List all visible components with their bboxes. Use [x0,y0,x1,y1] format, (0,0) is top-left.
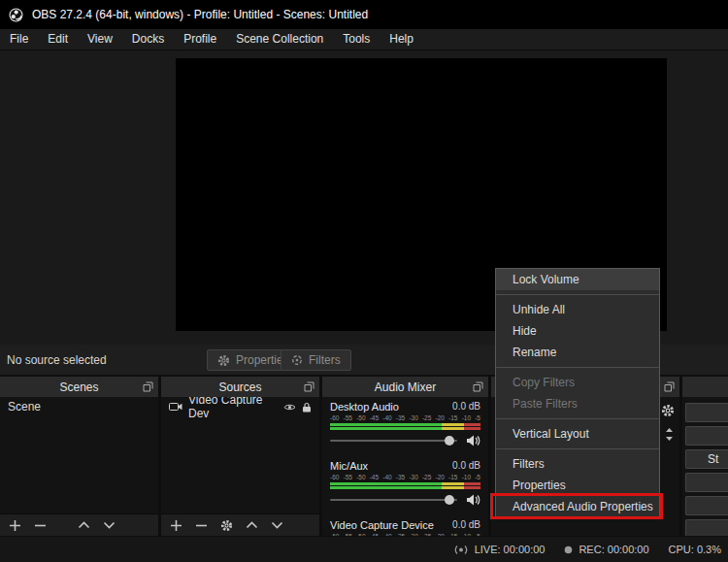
volume-meter [330,482,480,489]
move-source-down-button[interactable] [271,521,283,529]
menu-item-properties[interactable]: Properties [496,475,659,496]
menu-file[interactable]: File [0,29,38,50]
mixer-channel-desktop-audio: Desktop Audio 0.0 dB -60-55-50-45-40-35-… [330,400,480,447]
audio-mixer-title: Audio Mixer [375,380,436,394]
tick-label: -25 [422,413,431,422]
volume-slider[interactable] [330,440,457,442]
menu-tools[interactable]: Tools [333,29,380,50]
controls-button-fragment[interactable] [685,519,728,536]
channel-volume-value: 0.0 dB [452,460,480,471]
channel-header: Desktop Audio 0.0 dB [330,400,480,413]
tick-label: -20 [436,532,445,536]
gear-icon[interactable] [661,404,675,417]
live-status: LIVE: 00:00:00 [453,544,546,555]
move-scene-down-button[interactable] [103,521,116,529]
menu-edit[interactable]: Edit [38,29,78,50]
volume-slider-handle[interactable] [445,495,454,505]
menu-docks[interactable]: Docks [122,29,174,50]
scenes-toolbar [0,513,158,536]
move-source-up-button[interactable] [246,521,258,529]
tick-label: -50 [356,532,365,536]
tick-label: -30 [409,473,417,481]
sources-dock: Sources Video Capture D [161,377,319,536]
speaker-icon[interactable] [466,435,480,446]
tick-label: -60 [330,532,339,536]
audio-source-context-menu: Lock Volume Unhide All Hide Rename Copy … [495,268,660,518]
move-scene-up-button[interactable] [78,521,90,529]
tick-label: -55 [344,532,352,536]
menu-scene-collection[interactable]: Scene Collection [226,29,333,50]
remove-scene-button[interactable] [34,519,47,532]
video-camera-icon [169,402,182,412]
menu-item-filters[interactable]: Filters [496,453,659,475]
menu-item-unhide-all[interactable]: Unhide All [496,299,659,320]
tick-label: -15 [448,473,457,481]
status-bar: LIVE: 00:00:00 REC: 00:00:00 CPU: 0.3% [0,537,728,562]
tick-label: -50 [356,473,365,481]
popout-icon[interactable] [143,381,153,392]
volume-slider[interactable] [330,499,457,501]
menu-separator [496,367,659,368]
tick-label: -60 [330,473,339,481]
menu-view[interactable]: View [78,29,122,50]
menu-help[interactable]: Help [380,29,423,50]
visibility-eye-icon[interactable] [283,403,296,412]
menu-item-lock-volume[interactable]: Lock Volume [496,269,659,290]
rec-status: REC: 00:00:00 [564,544,648,555]
speaker-icon[interactable] [466,494,480,506]
record-dot-icon [564,545,573,554]
menu-item-vertical-layout[interactable]: Vertical Layout [496,423,659,445]
popout-icon[interactable] [664,381,675,392]
sources-list: Video Capture Dev [161,397,319,513]
source-properties-gear-icon[interactable] [220,519,233,532]
popout-icon[interactable] [473,381,483,392]
tick-label: -5 [475,413,480,422]
add-scene-button[interactable] [9,519,21,532]
meter-scale: -60-55-50-45-40-35-30-25-20-15-10-5 [330,532,480,536]
title-bar[interactable]: OBS 27.2.4 (64-bit, windows) - Profile: … [0,0,728,29]
controls-dock-body: St [682,397,728,536]
tick-label: -35 [396,473,405,481]
audio-mixer-header[interactable]: Audio Mixer [322,377,488,397]
menu-separator [496,418,659,419]
meter-scale: -60-55-50-45-40-35-30-25-20-15-10-5 [330,473,480,481]
menu-item-rename[interactable]: Rename [496,342,659,363]
sources-toolbar [161,513,319,536]
filter-icon [291,354,303,366]
tick-label: -15 [448,532,457,536]
controls-button-fragment[interactable] [685,403,728,422]
volume-slider-handle[interactable] [445,436,454,446]
lock-icon[interactable] [302,402,312,413]
tick-label: -55 [344,473,352,481]
sources-dock-header[interactable]: Sources [161,377,319,397]
popout-icon[interactable] [304,381,314,392]
channel-header: Video Capture Device 0.0 dB [330,518,480,531]
scene-list-item[interactable]: Scene [0,397,158,416]
tick-label: -40 [382,532,391,536]
add-source-button[interactable] [170,519,182,532]
live-time-text: LIVE: 00:00:00 [475,544,546,555]
controls-button-fragment[interactable] [685,426,728,446]
scenes-dock-header[interactable]: Scenes [0,377,158,397]
filters-button[interactable]: Filters [281,349,351,371]
menu-profile[interactable]: Profile [174,29,226,50]
spinner-up-down-icon[interactable] [665,427,674,442]
scene-item-label: Scene [8,400,41,413]
channel-name: Mic/Aux [330,460,368,472]
controls-button-fragment[interactable] [685,496,728,515]
channel-volume-value: 0.0 dB [452,519,480,530]
tick-label: -10 [462,473,471,481]
tick-label: -60 [330,413,339,422]
gear-icon [217,354,230,367]
channel-controls [330,433,480,447]
rec-time-text: REC: 00:00:00 [579,544,648,555]
source-list-item[interactable]: Video Capture Dev [161,397,319,416]
menu-item-advanced-audio-properties[interactable]: Advanced Audio Properties [496,496,659,517]
tick-label: -40 [382,473,391,481]
tick-label: -30 [409,532,417,536]
menu-item-hide[interactable]: Hide [496,320,659,342]
controls-button-fragment[interactable]: St [685,449,728,469]
tick-label: -10 [462,532,471,536]
remove-source-button[interactable] [195,519,208,532]
controls-button-fragment[interactable] [685,473,728,492]
